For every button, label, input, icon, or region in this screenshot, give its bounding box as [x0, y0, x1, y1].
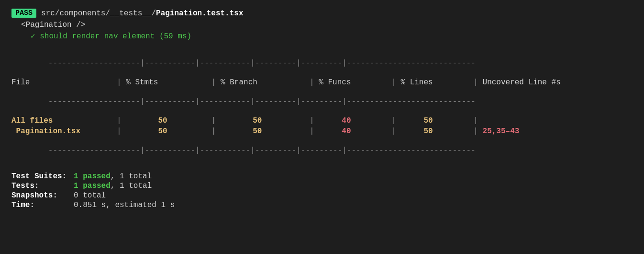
suites-total: , 1 total: [111, 172, 152, 181]
suites-label: Test Suites:: [11, 172, 74, 181]
row1-lines: 50: [423, 116, 433, 125]
tests-value: 1 passed, 1 total: [74, 182, 152, 190]
header-line: PASS src/components/__tests__/Pagination…: [11, 9, 633, 18]
tests-passed: 1 passed: [74, 182, 111, 190]
row2-stmts: 50: [158, 127, 167, 136]
table-header-row: File | % Stmts | % Branch | % Funcs | % …: [11, 77, 633, 88]
divider-mid: --------------------|-----------|-------…: [11, 88, 633, 115]
file-path: src/components/__tests__/Pagination.test…: [41, 9, 243, 18]
col-header-lines: % Lines: [400, 78, 433, 87]
summary-snapshots: Snapshots: 0 total: [11, 191, 633, 200]
summary-suites: Test Suites: 1 passed, 1 total: [11, 172, 633, 181]
row1-file: All files: [11, 115, 117, 126]
snapshots-label: Snapshots:: [11, 191, 74, 200]
pass-badge: PASS: [11, 9, 36, 18]
col-header-file: File: [11, 77, 117, 88]
col-header-uncovered: Uncovered Line #s: [483, 78, 561, 87]
row2-uncovered: 25,35–43: [483, 127, 520, 136]
col-header-branch: % Branch: [221, 78, 257, 87]
snapshots-value: 0 total: [74, 191, 106, 200]
row2-funcs: 40: [342, 127, 351, 136]
row2-branch: 50: [253, 127, 262, 136]
row2-lines: 50: [423, 127, 433, 136]
coverage-table: --------------------|-----------|-------…: [11, 49, 633, 164]
divider-top: --------------------|-----------|-------…: [11, 49, 633, 77]
table-row: Pagination.tsx | 50 | 50 | 40 | 50 | 25,…: [11, 126, 633, 137]
file-path-prefix: src/components/__tests__/: [41, 9, 156, 18]
time-value: 0.851 s, estimated 1 s: [74, 201, 175, 209]
row2-file: Pagination.tsx: [11, 126, 117, 137]
divider-bottom: --------------------|-----------|-------…: [11, 137, 633, 164]
summary-tests: Tests: 1 passed, 1 total: [11, 182, 633, 190]
suites-value: 1 passed, 1 total: [74, 172, 152, 181]
table-row: All files | 50 | 50 | 40 | 50 |: [11, 115, 633, 126]
row1-branch: 50: [253, 116, 262, 125]
col-header-funcs: % Funcs: [319, 78, 351, 87]
tests-total: , 1 total: [111, 182, 152, 190]
row1-funcs: 40: [342, 116, 351, 125]
col-header-stmts: % Stmts: [126, 78, 158, 87]
time-label: Time:: [11, 201, 74, 209]
summary-section: Test Suites: 1 passed, 1 total Tests: 1 …: [11, 172, 633, 209]
row1-stmts: 50: [158, 116, 167, 125]
checkmark-icon: ✓: [31, 32, 35, 41]
file-path-bold: Pagination.test.tsx: [156, 9, 243, 18]
test-description: should render nav element (59 ms): [40, 32, 191, 41]
suites-passed: 1 passed: [74, 172, 111, 181]
summary-time: Time: 0.851 s, estimated 1 s: [11, 201, 633, 209]
component-name: <Pagination />: [21, 21, 633, 29]
test-result-line: ✓ should render nav element (59 ms): [31, 31, 633, 41]
tests-label: Tests:: [11, 182, 74, 190]
